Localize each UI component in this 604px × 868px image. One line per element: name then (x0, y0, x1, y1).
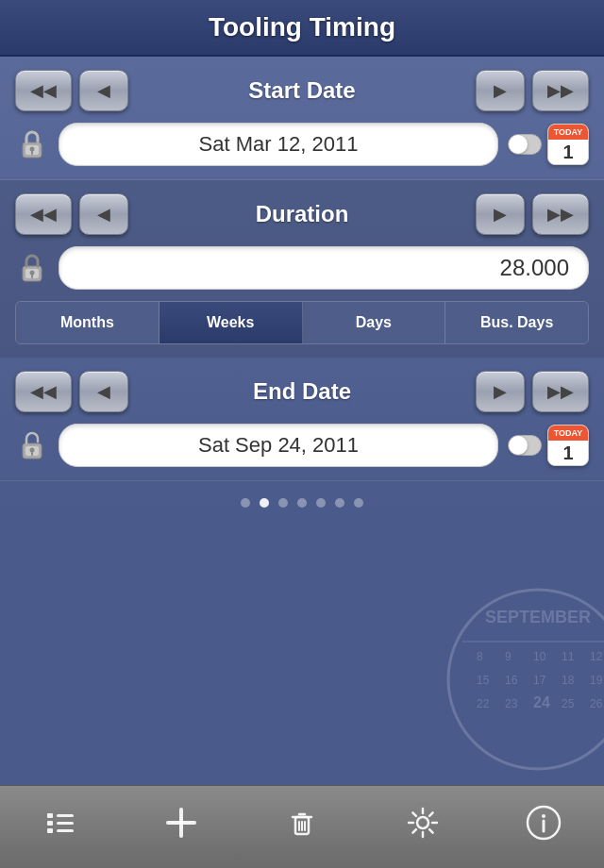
end-toggle-knob (509, 436, 528, 455)
svg-text:26: 26 (590, 697, 603, 710)
end-forward-icon: ▶ (494, 381, 507, 402)
list-button[interactable] (32, 794, 89, 851)
svg-rect-31 (47, 821, 53, 826)
bus-days-label: Bus. Days (480, 314, 553, 331)
settings-button[interactable] (394, 794, 451, 851)
start-cal-number: 1 (548, 140, 588, 164)
svg-point-44 (417, 817, 428, 828)
tab-weeks[interactable]: Weeks (159, 302, 303, 343)
end-calendar-badge[interactable]: TODAY 1 (547, 425, 589, 466)
duration-back-button[interactable]: ◀ (79, 193, 128, 235)
info-button[interactable] (515, 794, 572, 851)
duration-forward-icon: ▶ (494, 204, 507, 225)
end-date-nav-row: ◀◀ ◀ End Date ▶ ▶▶ (15, 371, 589, 412)
duration-rewind-button[interactable]: ◀◀ (15, 193, 72, 235)
svg-text:10: 10 (533, 650, 546, 663)
months-label: Months (60, 314, 114, 331)
start-cal-top: TODAY (548, 125, 588, 140)
app-header: Tooling Timing (0, 0, 604, 57)
svg-rect-33 (57, 814, 74, 817)
svg-text:22: 22 (477, 697, 490, 710)
duration-forward-button[interactable]: ▶ (476, 193, 525, 235)
start-date-section: ◀◀ ◀ Start Date ▶ ▶▶ (0, 57, 604, 180)
duration-field[interactable]: 28.000 (59, 246, 589, 290)
weeks-label: Weeks (207, 314, 254, 331)
end-toggle-switch[interactable] (508, 435, 542, 456)
tab-days[interactable]: Days (303, 302, 446, 343)
start-date-field[interactable]: Sat Mar 12, 2011 (59, 123, 498, 166)
end-rewind-button[interactable]: ◀◀ (15, 371, 72, 412)
time-unit-segment: Months Weeks Days Bus. Days (15, 301, 589, 344)
add-icon (162, 804, 200, 842)
info-icon (525, 804, 562, 842)
dot-4 (316, 498, 326, 508)
rewind-icon: ◀◀ (30, 80, 57, 101)
svg-rect-30 (47, 813, 53, 818)
end-forward-button[interactable]: ▶ (476, 371, 525, 412)
tab-bus-days[interactable]: Bus. Days (445, 302, 588, 343)
duration-lock-svg (17, 251, 47, 285)
toolbar (0, 785, 604, 868)
end-fastforward-button[interactable]: ▶▶ (532, 371, 589, 412)
start-toggle-knob (509, 135, 528, 154)
dot-5 (335, 498, 344, 508)
end-back-button[interactable]: ◀ (79, 371, 128, 412)
svg-text:17: 17 (533, 674, 546, 687)
end-lock-svg (17, 428, 47, 462)
add-button[interactable] (153, 794, 210, 851)
svg-line-51 (429, 812, 433, 816)
end-lock-icon (15, 428, 49, 462)
forward-icon: ▶ (494, 80, 507, 101)
duration-label: Duration (136, 201, 468, 227)
svg-rect-32 (47, 828, 53, 833)
start-date-label: Start Date (136, 77, 468, 104)
back-icon: ◀ (97, 80, 110, 101)
svg-text:11: 11 (562, 650, 575, 663)
svg-text:15: 15 (477, 674, 490, 687)
start-toggle-switch[interactable] (508, 134, 542, 155)
start-date-value-row: Sat Mar 12, 2011 TODAY 1 (15, 123, 589, 166)
tab-months[interactable]: Months (16, 302, 159, 343)
app-title: Tooling Timing (209, 12, 395, 42)
end-date-field[interactable]: Sat Sep 24, 2011 (59, 424, 498, 467)
start-back-button[interactable]: ◀ (79, 70, 128, 111)
delete-button[interactable] (274, 794, 330, 851)
svg-text:8: 8 (477, 650, 483, 663)
svg-text:23: 23 (505, 697, 518, 710)
duration-value: 28.000 (500, 255, 569, 281)
end-date-section: ◀◀ ◀ End Date ▶ ▶▶ (0, 358, 604, 481)
segment-control-row: Months Weeks Days Bus. Days (15, 301, 589, 344)
end-date-value: Sat Sep 24, 2011 (198, 433, 359, 458)
start-calendar-badge[interactable]: TODAY 1 (547, 124, 589, 165)
end-back-icon: ◀ (97, 381, 110, 402)
svg-text:SEPTEMBER: SEPTEMBER (485, 608, 591, 626)
svg-text:18: 18 (562, 674, 575, 687)
start-forward-button[interactable]: ▶ (476, 70, 525, 111)
svg-line-50 (429, 829, 433, 833)
duration-fastforward-button[interactable]: ▶▶ (532, 193, 589, 235)
svg-text:12: 12 (590, 650, 603, 663)
main-content: ◀◀ ◀ Start Date ▶ ▶▶ (0, 57, 604, 525)
dot-2 (278, 498, 288, 508)
duration-value-row: 28.000 (15, 246, 589, 290)
end-toggle-area: TODAY 1 (508, 425, 589, 466)
svg-text:25: 25 (562, 697, 575, 710)
start-rewind-button[interactable]: ◀◀ (15, 70, 72, 111)
svg-line-52 (412, 829, 416, 833)
dot-1 (260, 498, 269, 508)
days-label: Days (356, 314, 392, 331)
duration-section: ◀◀ ◀ Duration ▶ ▶▶ (0, 180, 604, 358)
start-today-label: TODAY (554, 127, 583, 137)
svg-rect-34 (57, 822, 74, 825)
duration-rewind-icon: ◀◀ (30, 204, 57, 225)
svg-text:16: 16 (505, 674, 518, 687)
start-date-value: Sat Mar 12, 2011 (199, 132, 359, 157)
calendar-watermark: SEPTEMBER 8 9 10 11 12 15 16 17 18 19 22… (444, 585, 604, 755)
svg-text:24: 24 (533, 694, 550, 710)
start-fastforward-button[interactable]: ▶▶ (532, 70, 589, 111)
end-date-label: End Date (136, 378, 468, 405)
end-today-label: TODAY (554, 428, 583, 438)
end-date-value-row: Sat Sep 24, 2011 TODAY 1 (15, 424, 589, 467)
gear-icon (404, 804, 442, 842)
lock-svg (17, 127, 47, 161)
